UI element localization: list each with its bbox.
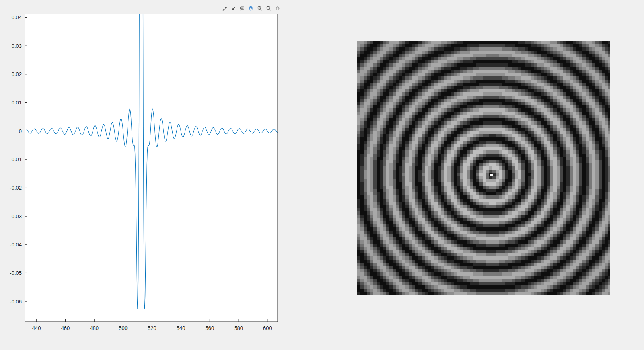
- zoom-in-button[interactable]: [256, 4, 263, 12]
- line-plot-svg: 4404604805005205405605806000.040.030.020…: [0, 12, 306, 342]
- brush-icon: [230, 6, 236, 11]
- svg-text:600: 600: [263, 325, 272, 331]
- svg-text:460: 460: [61, 325, 70, 331]
- impulse-response-plot-axes[interactable]: 4404604805005205405605806000.040.030.020…: [0, 12, 306, 342]
- svg-text:500: 500: [119, 325, 128, 331]
- home-icon: [275, 6, 280, 11]
- svg-text:580: 580: [234, 325, 243, 331]
- matlab-figure-window: 4404604805005205405605806000.040.030.020…: [0, 0, 644, 350]
- svg-text:440: 440: [32, 325, 41, 331]
- svg-text:0.03: 0.03: [12, 43, 22, 49]
- ring-pattern-image: [357, 41, 610, 295]
- svg-text:-0.02: -0.02: [10, 185, 22, 191]
- pan-button[interactable]: [247, 4, 255, 12]
- svg-text:480: 480: [90, 325, 99, 331]
- datatip-button[interactable]: [238, 4, 246, 12]
- svg-text:-0.04: -0.04: [10, 242, 22, 248]
- svg-text:-0.05: -0.05: [10, 270, 22, 276]
- datatip-icon: [239, 6, 245, 11]
- svg-text:0.04: 0.04: [12, 14, 22, 20]
- svg-text:0.02: 0.02: [12, 71, 22, 77]
- svg-text:0.01: 0.01: [12, 100, 22, 106]
- pencil-icon: [222, 6, 227, 11]
- restore-view-button[interactable]: [274, 4, 281, 12]
- hand-icon: [248, 5, 254, 11]
- svg-text:-0.06: -0.06: [10, 299, 22, 305]
- zoom-out-button[interactable]: [265, 4, 272, 12]
- svg-text:-0.01: -0.01: [10, 156, 22, 162]
- svg-text:520: 520: [148, 325, 156, 331]
- svg-text:540: 540: [177, 325, 185, 331]
- zoom-in-icon: [257, 6, 263, 11]
- svg-text:560: 560: [205, 325, 214, 331]
- zoom-out-icon: [266, 6, 272, 11]
- svg-text:0: 0: [19, 128, 22, 134]
- edit-plot-button[interactable]: [220, 4, 228, 12]
- svg-text:-0.03: -0.03: [10, 213, 22, 219]
- brush-button[interactable]: [229, 4, 237, 12]
- axes-toolbar: [220, 4, 282, 12]
